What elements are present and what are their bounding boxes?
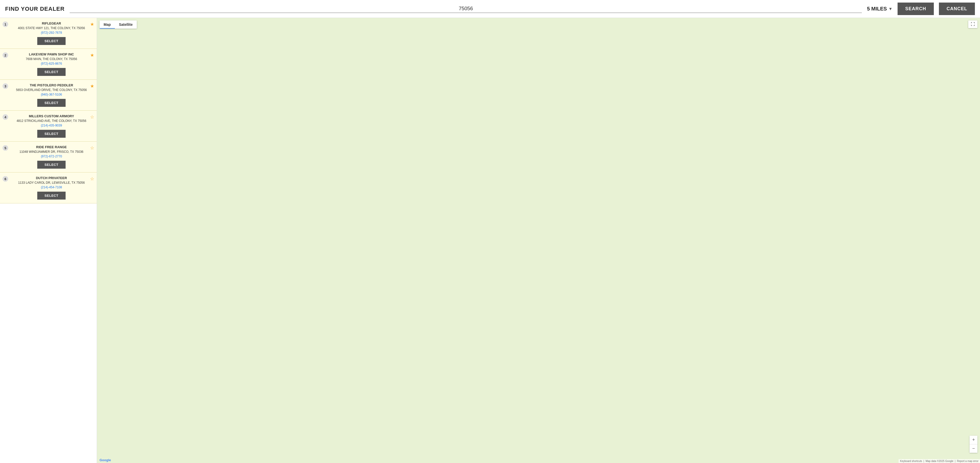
dealer-phone[interactable]: (214)-454-7108	[10, 185, 93, 189]
select-dealer-button[interactable]: SELECT	[37, 68, 65, 76]
zoom-out-button[interactable]: −	[969, 444, 977, 453]
map-attribution: Keyboard shortcuts | Map data ©2025 Goog…	[899, 459, 980, 463]
dealer-phone[interactable]: (972)-292-7678	[10, 31, 93, 35]
dealer-name: THE PISTOLERO PEDDLER	[10, 83, 93, 87]
dealer-number: 3	[3, 83, 8, 89]
google-logo: Google	[100, 458, 111, 462]
miles-label: 5 MILES	[867, 6, 887, 12]
dealer-phone[interactable]: (972)-672-2770	[10, 155, 93, 158]
dealer-item: 4☆MILLERS CUSTOM ARMORY4812 STRICKLAND A…	[0, 111, 97, 142]
dealer-number: 4	[3, 114, 8, 120]
select-dealer-button[interactable]: SELECT	[37, 161, 65, 169]
dealer-star-icon[interactable]: ☆	[90, 176, 94, 182]
dealer-address: 1133 LADY CAROL DR, LEWISVILLE, TX 75056	[10, 181, 93, 185]
chevron-down-icon: ▼	[888, 6, 892, 11]
fullscreen-button[interactable]: ⛶	[968, 21, 977, 28]
header: Find Your Dealer 5 MILES ▼ SEARCH CANCEL	[0, 0, 980, 18]
dealer-item: 6☆DUTCH PRIVATEER1133 LADY CAROL DR, LEW…	[0, 172, 97, 203]
miles-selector[interactable]: 5 MILES ▼	[867, 6, 892, 12]
dealer-list: 1★RIFLEGEAR4001 STATE HWY 121, THE COLON…	[0, 18, 97, 463]
dealer-item: 1★RIFLEGEAR4001 STATE HWY 121, THE COLON…	[0, 18, 97, 49]
select-dealer-button[interactable]: SELECT	[37, 99, 65, 107]
dealer-phone[interactable]: (972)-625-8676	[10, 62, 93, 65]
dealer-number: 2	[3, 53, 8, 58]
dealer-number: 6	[3, 176, 8, 182]
dealer-phone[interactable]: (214)-435-9039	[10, 124, 93, 127]
dealer-number: 5	[3, 145, 8, 151]
dealer-address: 4001 STATE HWY 121, THE COLONY, TX 75056	[10, 26, 93, 30]
dealer-star-icon[interactable]: ☆	[90, 145, 94, 151]
dealer-star-icon[interactable]: ☆	[90, 114, 94, 120]
tab-map[interactable]: Map	[100, 21, 115, 29]
dealer-item: 2★LAKEVIEW PAWN SHOP INC7608 MAIN, THE C…	[0, 49, 97, 80]
dealer-name: RIDE FREE RANGE	[10, 145, 93, 149]
zoom-in-button[interactable]: +	[969, 436, 977, 444]
map-tabs: Map Satellite	[100, 21, 137, 29]
dealer-address: 7608 MAIN, THE COLONY, TX 75056	[10, 57, 93, 61]
dealer-phone[interactable]: (940)-367-5106	[10, 93, 93, 96]
dealer-item: 3★THE PISTOLERO PEDDLER5653 OVERLAND DRI…	[0, 80, 97, 111]
dealer-address: 11048 WINDJAMMER DR, FRISCO, TX 75036	[10, 150, 93, 153]
select-dealer-button[interactable]: SELECT	[37, 130, 65, 138]
dealer-name: RIFLEGEAR	[10, 21, 93, 25]
dealer-star-icon[interactable]: ★	[90, 83, 94, 89]
search-input[interactable]	[70, 5, 862, 13]
dealer-star-icon[interactable]: ★	[90, 21, 94, 27]
tab-satellite[interactable]: Satellite	[115, 21, 137, 29]
map-area[interactable]: Lake Lewisville Oak Point GRAYHAWK NEWMA…	[97, 18, 980, 463]
select-dealer-button[interactable]: SELECT	[37, 192, 65, 200]
dealer-address: 5653 OVERLAND DRIVE, THE COLONY, TX 7505…	[10, 88, 93, 92]
search-button[interactable]: SEARCH	[897, 3, 934, 15]
dealer-item: 5☆RIDE FREE RANGE11048 WINDJAMMER DR, FR…	[0, 142, 97, 172]
main-content: 1★RIFLEGEAR4001 STATE HWY 121, THE COLON…	[0, 18, 980, 463]
dealer-name: DUTCH PRIVATEER	[10, 176, 93, 180]
dealer-name: MILLERS CUSTOM ARMORY	[10, 114, 93, 118]
dealer-address: 4812 STRICKLAND AVE, THE COLONY, TX 7505…	[10, 119, 93, 123]
dealer-star-icon[interactable]: ★	[90, 53, 94, 58]
dealer-name: LAKEVIEW PAWN SHOP INC	[10, 53, 93, 56]
select-dealer-button[interactable]: SELECT	[37, 37, 65, 45]
cancel-button[interactable]: CANCEL	[939, 3, 975, 15]
map-zoom-controls: + −	[969, 436, 977, 453]
page-title: Find Your Dealer	[5, 6, 65, 12]
dealer-number: 1	[3, 21, 8, 27]
